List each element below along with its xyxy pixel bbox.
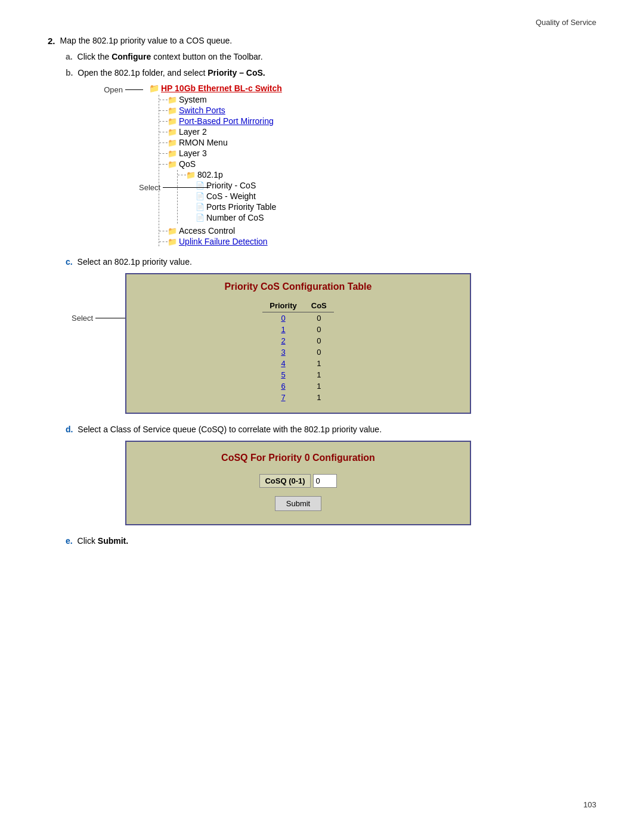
priority-cell[interactable]: 3	[262, 346, 304, 358]
tree-item-ports-priority-label: Ports Priority Table	[206, 202, 276, 212]
sub-step-d-letter: d.	[66, 425, 73, 434]
folder-icon-8021p: 📁	[186, 171, 196, 179]
tree-item-ports-priority: 📄 Ports Priority Table	[196, 202, 276, 212]
cosq-section: CoSQ For Priority 0 Configuration CoSQ (…	[125, 441, 596, 525]
sub-step-a-bold: Configure	[112, 52, 151, 61]
priority-cell[interactable]: 0	[262, 312, 304, 324]
cos-cell: 0	[304, 335, 334, 346]
sub-step-a-text-before: Click the	[78, 52, 112, 61]
folder-icon-access-control: 📁	[168, 227, 177, 236]
folder-icon-switch-ports: 📁	[168, 106, 177, 115]
doc-icon-cos-weight: 📄	[196, 192, 205, 200]
folder-icon-layer3: 📁	[168, 149, 177, 158]
sub-step-a-letter: a.	[66, 52, 73, 61]
cos-cell: 1	[304, 380, 334, 392]
cos-cell: 0	[304, 312, 334, 324]
priority-cell[interactable]: 1	[262, 324, 304, 335]
tree-item-cos-weight-label: CoS - Weight	[206, 191, 256, 201]
sub-step-c-letter: c.	[66, 257, 73, 267]
tree-item-uplink: 📁 Uplink Failure Detection	[159, 237, 282, 246]
tree-item-switch-ports: 📁 Switch Ports	[159, 106, 282, 115]
tree-item-qos-label: QoS	[179, 159, 196, 169]
tree-item-uplink-link[interactable]: Uplink Failure Detection	[179, 237, 268, 246]
folder-icon-qos: 📁	[168, 160, 177, 169]
cos-cell: 0	[304, 346, 334, 358]
step2-text: Map the 802.1p priority value to a COS q…	[60, 36, 233, 46]
cos-cell: 1	[304, 369, 334, 380]
page-number: 103	[583, 800, 596, 809]
cosq-input[interactable]	[313, 474, 337, 488]
tree-item-layer3-label: Layer 3	[179, 148, 207, 158]
tree-item-switch-ports-link[interactable]: Switch Ports	[179, 106, 225, 115]
page-header-title: Quality of Service	[535, 18, 596, 27]
doc-icon-ports-priority: 📄	[196, 203, 205, 211]
priority-cell[interactable]: 5	[262, 369, 304, 380]
select-label: Select	[139, 183, 160, 192]
priority-cell[interactable]: 2	[262, 335, 304, 346]
tree-item-8021p: 📁 802.1p Select	[178, 170, 276, 224]
folder-icon-port-mirroring: 📁	[168, 117, 177, 126]
cosq-title: CoSQ For Priority 0 Configuration	[144, 453, 452, 463]
cos-cell: 0	[304, 324, 334, 335]
table-row: 41	[262, 358, 334, 369]
cosq-box: CoSQ For Priority 0 Configuration CoSQ (…	[125, 441, 471, 525]
tree-root-link[interactable]: HP 10Gb Ethernet BL-c Switch	[161, 83, 282, 93]
sub-step-e: e. Click Submit.	[66, 535, 596, 547]
tree-item-num-cos-label: Number of CoS	[206, 213, 264, 222]
sub-step-b-bold: Priority – CoS.	[208, 68, 265, 78]
tree-item-access-control: 📁 Access Control	[159, 226, 282, 236]
col-cos: CoS	[304, 299, 334, 312]
cos-table-title: Priority CoS Configuration Table	[138, 281, 458, 292]
tree-item-num-cos: 📄 Number of CoS	[196, 213, 276, 222]
tree-item-rmon: 📁 RMON Menu	[159, 138, 282, 147]
tree-item-priority-cos-label: Priority - CoS	[206, 181, 256, 190]
sub-step-d-text: Select a Class of Service queue (CoSQ) t…	[78, 425, 382, 434]
sub-step-a: a. Click the Configure context button on…	[66, 51, 596, 63]
cos-table: Priority CoS 0010203041516171	[262, 299, 334, 403]
folder-icon-uplink: 📁	[168, 237, 177, 246]
cosq-submit-container: Submit	[144, 496, 452, 511]
tree-item-cos-weight: 📄 CoS - Weight	[196, 191, 276, 201]
tree-item-layer2-label: Layer 2	[179, 127, 207, 137]
table-row: 20	[262, 335, 334, 346]
sub-step-b-text-before: Open the 802.1p folder, and select	[78, 68, 208, 78]
sub-step-a-text-after: context button on the Toolbar.	[151, 52, 262, 61]
priority-cell[interactable]: 7	[262, 392, 304, 403]
tree-root: 📁 HP 10Gb Ethernet BL-c Switch	[149, 83, 282, 94]
tree-item-layer2: 📁 Layer 2	[159, 127, 282, 137]
table-row: 71	[262, 392, 334, 403]
step-2-section: 2. Map the 802.1p priority value to a CO…	[48, 36, 596, 547]
sub-step-e-letter: e.	[66, 536, 73, 546]
cosq-label: CoSQ (0-1)	[259, 474, 310, 488]
sub-step-b-letter: b.	[66, 68, 73, 78]
open-label: Open	[104, 85, 123, 94]
tree-diagram: Open 📁 HP 10Gb Ethernet BL-c Switch	[95, 83, 596, 247]
tree-item-access-control-label: Access Control	[179, 226, 235, 236]
step-number: 2.	[48, 36, 55, 46]
cos-cell: 1	[304, 358, 334, 369]
table-row: 51	[262, 369, 334, 380]
cos-table-box: Priority CoS Configuration Table Priorit…	[125, 273, 471, 414]
priority-cell[interactable]: 6	[262, 380, 304, 392]
submit-button[interactable]: Submit	[275, 496, 321, 511]
folder-icon-system: 📁	[168, 95, 177, 104]
tree-item-port-mirroring-link[interactable]: Port-Based Port Mirroring	[179, 116, 274, 126]
sub-step-c-text: Select an 802.1p priority value.	[78, 257, 192, 267]
tree-item-system: 📁 System	[159, 95, 282, 104]
tree-item-rmon-label: RMON Menu	[179, 138, 228, 147]
folder-icon-layer2: 📁	[168, 128, 177, 137]
table-row: 30	[262, 346, 334, 358]
sub-step-e-bold: Submit.	[98, 536, 128, 546]
sub-step-b: b. Open the 802.1p folder, and select Pr…	[66, 67, 596, 79]
cos-table-section: Select Priority CoS Configuration Table …	[125, 273, 596, 414]
tree-item-port-mirroring: 📁 Port-Based Port Mirroring	[159, 116, 282, 126]
table-row: 10	[262, 324, 334, 335]
tree-item-system-label: System	[179, 95, 207, 104]
cos-cell: 1	[304, 392, 334, 403]
priority-cell[interactable]: 4	[262, 358, 304, 369]
table-select-label: Select	[72, 314, 93, 323]
table-row: 61	[262, 380, 334, 392]
folder-icon-root: 📁	[149, 83, 159, 93]
sub-step-d: d. Select a Class of Service queue (CoSQ…	[66, 423, 596, 436]
doc-icon-num-cos: 📄	[196, 213, 205, 222]
